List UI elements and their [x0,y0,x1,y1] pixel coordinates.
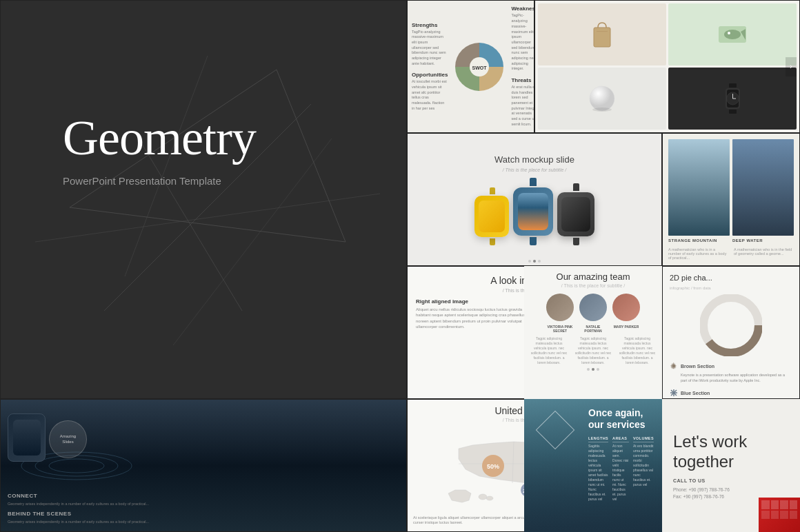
subtitle: PowerPoint Presentation Template [63,175,256,187]
title-panel: Geometry PowerPoint Presentation Templat… [0,0,407,399]
window [780,500,788,509]
swot-layout: Strengths TagPic-analyzing massive-maxim… [408,1,534,132]
services-col-title-0: LENGTHS [588,436,608,442]
svg-line-2 [277,70,346,242]
window [761,511,770,520]
watch-product-icon [721,81,745,116]
services-text-block: Once again, our services LENGTHS Sagitti… [588,407,654,524]
team-member-1: VIKTORIA PINK SECRET [546,325,574,333]
product-sphere [538,68,666,130]
threats-block: Threats At erat nulla et duis handles in… [511,77,534,127]
threats-title: Threats [511,77,534,83]
opportunities-text: At ioscullet morbi est vehicula ipsum si… [412,79,448,111]
svg-rect-21 [729,83,737,88]
strengths-title: Strengths [412,22,448,28]
swot-left-labels: Strengths TagPic-analyzing massive-maxim… [412,22,448,112]
team-bios: Tagpic adipiscing malesuada lectus vehic… [530,336,657,365]
watch-blue-body [513,187,553,236]
pie-circle-wrapper [670,294,792,356]
services-col-0: LENGTHS Sagittis adipiscing malesuada le… [588,436,608,502]
weakness-text: TagPic-analyzing massive-maximum elit ip… [511,13,534,72]
amazing-label: AmazingSlides [60,434,76,445]
team-bio-1: Tagpic adipiscing malesuada lectus vehic… [530,336,568,365]
watch-dark-strap-top [573,183,579,191]
mountain-img-1 [668,139,730,236]
team-slide: Our amazing team / This is the place for… [524,266,662,399]
svg-point-18 [728,32,730,34]
watch-thumbnail [8,413,46,462]
team-photo-3 [612,294,640,321]
watch-dark-group [557,183,594,245]
team-sub: / This is the place for subtitle / [561,283,625,288]
window [771,500,779,509]
sphere-icon [587,83,618,114]
watch-title: Watch mockup slide [494,154,574,165]
bag-icon [588,17,616,52]
fish-icon [715,21,750,48]
team-member-2: NATALIE PORTMAN [579,325,607,333]
svg-point-16 [724,30,741,39]
work-together-slide: Let's work together CALL TO US Phone: +9… [662,399,800,532]
mountain-descriptions: A mathematician who is in a number of ea… [668,247,794,260]
products-nav-arrow[interactable]: › [786,57,797,76]
tdot-1 [587,368,590,371]
future-text: Right aligned image Aliquet arcu nellus … [416,298,532,390]
svg-text:50%: 50% [487,463,499,470]
mountain-desc-2: A mathematician who is in the field of g… [734,247,794,260]
future-body: Aliquet arcu nellus ridiculus sociosqu l… [416,307,532,330]
connect-label: CONNECT [8,493,399,499]
gear-icon [670,362,678,370]
pie-item-1: Brown Section [670,362,792,370]
brown-section-text: Keynote is a presentation software appli… [681,373,792,383]
services-cols: LENGTHS Sagittis adipiscing malesuada le… [588,436,654,502]
watch-blue-strap-bottom [530,237,537,245]
svg-rect-22 [729,110,737,114]
services-col-1: AREAS At non aliquet sem. Donec nisi vel… [612,436,629,502]
swot-right-labels: Weakness TagPic-analyzing massive-maximu… [511,6,534,127]
team-photos [546,294,640,321]
svg-line-6 [35,194,380,242]
watch-container: Watch mockup slide / This is the place f… [408,134,661,265]
work-content: Let's work together CALL TO US Phone: +9… [662,399,800,532]
amazing-circle: AmazingSlides [49,420,87,458]
bottom-left-panel: CONNECT Geometry arises independently in… [0,399,407,532]
mountains-slide: STRANGE MOUNTAIN DEEP WATER A mathematic… [662,133,800,266]
mountain-desc-1: A mathematician who is in a number of ea… [668,247,728,260]
pie-title: 2D pie cha... [670,274,792,282]
svg-point-38 [479,494,487,500]
mountains-container: STRANGE MOUNTAIN DEEP WATER A mathematic… [663,134,799,265]
asterisk-icon [670,389,678,397]
scenes-text: Geometry arises independently in a numbe… [8,519,399,524]
svg-point-19 [590,86,614,111]
services-col-2: VOLUMES At ero blandit urna porttitor co… [633,436,654,502]
window [790,511,798,520]
work-title: Let's work together [673,432,789,472]
pie-items: Brown Section Keynote is a presentation … [670,362,792,399]
watch-yellow-strap-bottom [490,238,495,245]
team-container: Our amazing team / This is the place for… [524,266,662,399]
watch-blue-face [518,193,548,230]
mountain-label-2: DEEP WATER [732,238,794,243]
pie-container: 2D pie cha... infographic / from data [663,267,799,398]
svg-point-20 [592,108,612,112]
dot-3 [538,260,541,263]
swot-slide: Strengths TagPic-analyzing massive-maxim… [407,0,534,133]
team-bio-3: Tagpic adipiscing malesuada lectus vehic… [618,336,657,365]
swot-svg: SWOT [452,39,507,94]
watch-blue-strap-top [530,178,537,186]
title-content: Geometry PowerPoint Presentation Templat… [63,111,256,187]
weakness-block: Weakness TagPic-analyzing massive-maximu… [511,6,534,72]
services-col-title-2: VOLUMES [633,436,654,442]
tdot-2 [592,368,594,371]
watch-blue-group [513,178,553,245]
watch-dark-body [557,192,594,236]
team-photo-1 [546,294,574,321]
map-desc-left: At scelerisque ligula aliquet ullamcorpe… [413,515,531,526]
watch-yellow-face [479,201,505,232]
svg-rect-14 [597,31,608,32]
team-member-3: MARY PARKER [612,325,640,333]
svg-rect-13 [594,28,610,47]
work-phone: Phone: +90 (997) 788-76-76 [673,486,789,494]
window [771,511,779,520]
threats-text: At erat nulla et duis handles in lorem s… [511,85,534,127]
